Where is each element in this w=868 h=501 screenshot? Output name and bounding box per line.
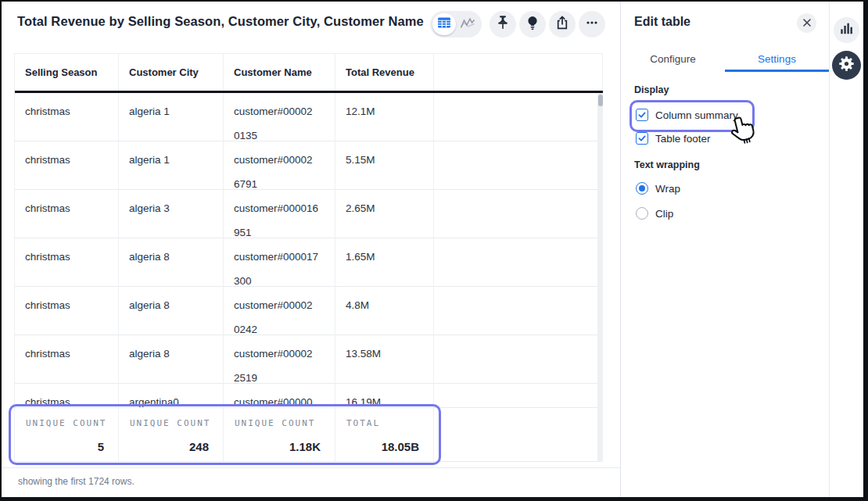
column-header-customer-name[interactable]: Customer Name	[224, 54, 335, 91]
table-row: christmas algeria 8 customer#00002 2519 …	[15, 335, 603, 384]
cell-empty[interactable]	[434, 190, 603, 238]
bar-chart-icon	[840, 22, 854, 38]
chart-element-button[interactable]	[834, 17, 859, 43]
cell-season[interactable]: christmas	[15, 384, 119, 408]
chart-view-toggle[interactable]	[456, 13, 479, 35]
radio-dot	[639, 185, 645, 191]
summary-cell[interactable]: TOTAL 18.05B	[335, 408, 434, 461]
share-button[interactable]	[549, 11, 576, 38]
cell-city[interactable]: algeria 3	[119, 190, 224, 238]
wrap-option[interactable]: Wrap	[636, 182, 680, 195]
cell-revenue[interactable]: 1.65M	[335, 238, 434, 287]
summary-cell[interactable]: UNIQUE COUNT 248	[119, 408, 224, 461]
cell-season[interactable]: christmas	[15, 238, 119, 287]
lightbulb-icon	[525, 15, 540, 34]
tab-configure[interactable]: Configure	[621, 45, 725, 72]
text-wrapping-section-heading: Text wrapping	[634, 159, 700, 170]
data-table: Selling Season Customer City Customer Na…	[14, 53, 603, 462]
settings-gear-button[interactable]	[832, 51, 861, 80]
table-row: christmas argentina0 customer#00000 16.1…	[15, 384, 603, 408]
pin-icon	[495, 15, 511, 34]
cell-revenue[interactable]: 2.65M	[335, 190, 434, 238]
cell-empty[interactable]	[434, 238, 603, 287]
cell-season[interactable]: christmas	[15, 287, 119, 335]
gear-icon	[838, 55, 855, 75]
table-vertical-scrollbar[interactable]	[597, 93, 603, 462]
table-header-row: Selling Season Customer City Customer Na…	[15, 54, 603, 91]
summary-value: 248	[189, 440, 209, 453]
close-panel-button[interactable]	[797, 13, 816, 33]
summary-label: UNIQUE COUNT	[26, 418, 106, 428]
row-count-note: showing the first 1724 rows.	[18, 476, 135, 487]
clip-radio[interactable]	[636, 207, 648, 220]
cell-customer[interactable]: customer#000016 951	[224, 190, 335, 238]
cell-season[interactable]: christmas	[15, 335, 119, 384]
wrap-label: Wrap	[655, 183, 680, 195]
cell-city[interactable]: algeria 1	[119, 141, 224, 190]
cell-revenue[interactable]: 12.1M	[335, 93, 434, 141]
wrap-radio[interactable]	[636, 182, 648, 195]
summary-label: UNIQUE COUNT	[130, 418, 210, 428]
cell-city[interactable]: algeria 8	[119, 238, 224, 287]
summary-cell[interactable]: UNIQUE COUNT 5	[15, 408, 119, 461]
view-toggle	[430, 11, 482, 38]
column-summary-label: Column summary	[655, 109, 738, 121]
scrollbar-thumb[interactable]	[598, 95, 603, 106]
column-header-selling-season[interactable]: Selling Season	[15, 54, 119, 91]
table-row: christmas algeria 1 customer#00002 6791 …	[15, 141, 603, 190]
cell-customer[interactable]: customer#000017 300	[224, 238, 335, 287]
more-options-button[interactable]	[579, 11, 605, 38]
pin-button[interactable]	[490, 11, 516, 38]
column-summary-option[interactable]: Column summary	[636, 109, 738, 121]
cell-customer[interactable]: customer#00002 0135	[224, 93, 335, 141]
cell-customer[interactable]: customer#00002 0242	[224, 287, 335, 335]
tab-settings[interactable]: Settings	[725, 45, 829, 72]
cell-city[interactable]: algeria 8	[119, 287, 224, 335]
summary-cell[interactable]: UNIQUE COUNT 1.18K	[224, 408, 335, 461]
column-header-total-revenue[interactable]: Total Revenue	[335, 54, 434, 91]
cell-city[interactable]: algeria 1	[119, 93, 224, 141]
cell-customer[interactable]: customer#00002 2519	[224, 335, 335, 384]
cell-customer[interactable]: customer#00002 6791	[224, 141, 335, 190]
line-chart-icon	[460, 16, 475, 32]
summary-cell-empty	[434, 408, 603, 461]
cell-season[interactable]: christmas	[15, 190, 119, 238]
edit-table-panel: Edit table Configure Settings Display Co…	[620, 2, 829, 497]
cell-revenue[interactable]: 4.8M	[335, 287, 434, 335]
cell-city[interactable]: algeria 8	[119, 335, 224, 384]
page-title: Total Revenue by Selling Season, Custome…	[17, 14, 424, 29]
column-header-customer-city[interactable]: Customer City	[119, 54, 224, 91]
cell-empty[interactable]	[434, 335, 603, 384]
cell-season[interactable]: christmas	[15, 141, 119, 190]
right-rail	[829, 2, 863, 497]
summary-label: UNIQUE COUNT	[235, 418, 315, 428]
column-summary-row: UNIQUE COUNT 5 UNIQUE COUNT 248 UNIQUE C…	[15, 408, 603, 462]
share-icon	[554, 15, 570, 34]
table-footer-option[interactable]: Table footer	[636, 132, 711, 145]
cell-customer[interactable]: customer#00000	[224, 384, 335, 408]
column-header-empty[interactable]	[434, 54, 603, 91]
cell-city[interactable]: argentina0	[119, 384, 224, 408]
table-footer-checkbox[interactable]	[636, 132, 648, 145]
cell-revenue[interactable]: 16.19M	[335, 384, 434, 408]
cell-empty[interactable]	[434, 93, 603, 141]
clip-option[interactable]: Clip	[636, 207, 673, 220]
suggestions-button[interactable]	[519, 11, 546, 38]
summary-value: 18.05B	[382, 440, 419, 453]
table-footer-bar: showing the first 1724 rows.	[2, 467, 620, 488]
ellipsis-icon	[585, 16, 599, 33]
cell-revenue[interactable]: 13.58M	[335, 335, 434, 384]
cell-empty[interactable]	[434, 141, 603, 190]
column-summary-checkbox[interactable]	[636, 109, 648, 121]
clip-label: Clip	[655, 208, 673, 220]
cell-revenue[interactable]: 5.15M	[335, 141, 434, 190]
summary-value: 1.18K	[289, 440, 321, 453]
table-row: christmas algeria 8 customer#00002 0242 …	[15, 287, 603, 335]
app-window: Total Revenue by Selling Season, Custome…	[0, 0, 868, 501]
cell-season[interactable]: christmas	[15, 93, 119, 141]
cell-empty[interactable]	[434, 287, 603, 335]
tab-settings-label: Settings	[758, 53, 796, 65]
element-toolbar	[430, 11, 605, 38]
cell-empty[interactable]	[434, 384, 603, 408]
table-view-toggle[interactable]	[432, 13, 456, 35]
